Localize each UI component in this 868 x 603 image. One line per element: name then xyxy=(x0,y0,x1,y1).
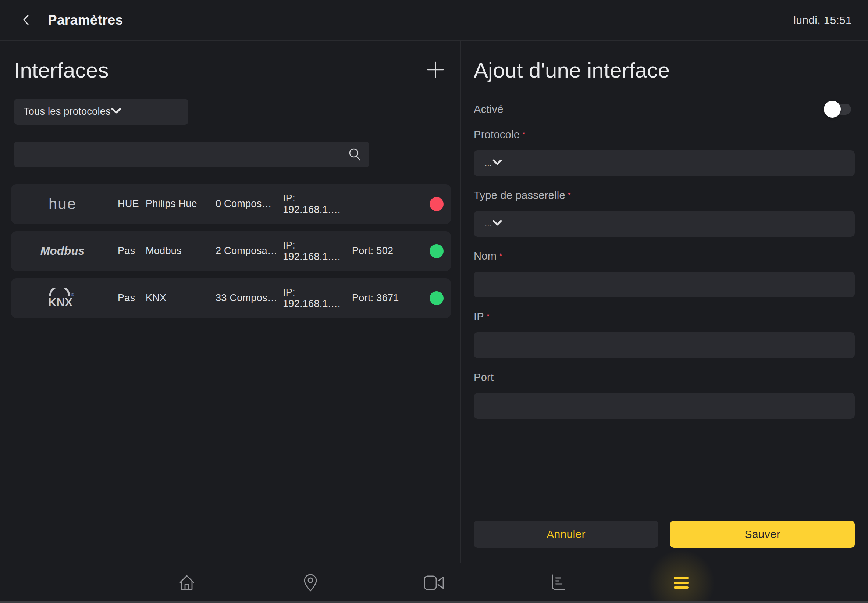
chevron-left-icon xyxy=(19,12,34,29)
hue-logo: hue xyxy=(11,195,114,213)
cancel-button[interactable]: Annuler xyxy=(474,521,658,548)
interface-protocol-tag: Pas xyxy=(114,292,145,304)
interface-ip: IP: 192.168.1.… xyxy=(283,240,352,263)
required-asterisk: * xyxy=(487,313,489,320)
location-pin-icon xyxy=(302,573,319,594)
type-passerelle-select[interactable]: ... xyxy=(474,211,855,237)
enabled-label: Activé xyxy=(474,103,503,116)
chevron-down-icon xyxy=(111,107,122,116)
chevron-down-icon xyxy=(492,220,503,228)
back-button[interactable] xyxy=(16,10,37,31)
nom-input[interactable] xyxy=(474,272,855,297)
nav-item-locations[interactable] xyxy=(249,563,372,603)
field-protocole: Protocole * ... xyxy=(474,129,855,176)
chevron-down-icon xyxy=(492,159,503,168)
bar-chart-icon xyxy=(548,573,567,594)
interface-ip: IP: 192.168.1.… xyxy=(283,193,352,215)
settings-screen: Paramètres lundi, 15:51 Interfaces Tous … xyxy=(0,0,868,603)
interfaces-panel: Interfaces Tous les protocoles xyxy=(0,41,461,563)
search-input[interactable] xyxy=(14,142,369,167)
main-content: Interfaces Tous les protocoles xyxy=(0,41,868,563)
interface-name: Philips Hue xyxy=(145,198,215,210)
status-dot xyxy=(430,291,444,305)
interface-list: hue HUE Philips Hue 0 Compos… IP: 192.16… xyxy=(11,184,451,318)
top-bar: Paramètres lundi, 15:51 xyxy=(0,0,868,41)
ip-label: IP xyxy=(474,311,484,323)
required-asterisk: * xyxy=(523,131,525,138)
enabled-toggle[interactable] xyxy=(827,104,851,115)
interface-row-modbus[interactable]: Modbus Pas Modbus 2 Composa… IP: 192.168… xyxy=(11,231,451,271)
nav-item-cameras[interactable] xyxy=(372,563,496,603)
nav-item-home[interactable] xyxy=(125,563,249,603)
port-input[interactable] xyxy=(474,393,855,419)
interface-components: 2 Composa… xyxy=(215,245,283,257)
clock-date: lundi, 15:51 xyxy=(793,14,852,26)
search-icon xyxy=(347,147,362,163)
form-spacer xyxy=(474,419,855,521)
add-interface-panel: Ajout d'une interface Activé Protocole *… xyxy=(461,41,868,563)
interface-row-knx[interactable]: KNX ® Pas KNX 33 Compos… IP: 192.168.1.…… xyxy=(11,278,451,318)
protocol-filter-select[interactable]: Tous les protocoles xyxy=(14,99,188,125)
interface-components: 0 Compos… xyxy=(215,198,283,210)
knx-logo: KNX ® xyxy=(11,288,114,309)
required-asterisk: * xyxy=(500,253,502,259)
field-nom: Nom * xyxy=(474,250,855,297)
type-passerelle-select-value: ... xyxy=(485,219,492,229)
add-interface-button[interactable] xyxy=(425,60,446,80)
svg-text:®: ® xyxy=(71,292,74,297)
interface-protocol-tag: Pas xyxy=(114,245,145,257)
interface-protocol-tag: HUE xyxy=(114,198,145,210)
page-title: Paramètres xyxy=(48,12,123,28)
enabled-row: Activé xyxy=(474,103,855,116)
interfaces-title: Interfaces xyxy=(14,58,109,83)
field-type-passerelle: Type de passerelle * ... xyxy=(474,189,855,237)
home-icon xyxy=(177,573,196,594)
interface-search xyxy=(14,142,369,167)
interface-name: KNX xyxy=(145,292,215,304)
plus-icon xyxy=(426,60,445,80)
bottom-nav xyxy=(0,563,868,603)
video-camera-icon xyxy=(423,575,445,592)
type-passerelle-label: Type de passerelle xyxy=(474,189,565,201)
port-label: Port xyxy=(474,371,494,383)
protocole-select[interactable]: ... xyxy=(474,150,855,176)
save-button[interactable]: Sauver xyxy=(670,521,855,548)
form-actions: Annuler Sauver xyxy=(474,521,855,548)
interface-components: 33 Compos… xyxy=(215,292,283,304)
interface-port: Port: 502 xyxy=(352,245,393,257)
screen-edge-bar xyxy=(0,601,868,603)
field-ip: IP * xyxy=(474,311,855,358)
toggle-knob xyxy=(824,101,841,118)
nav-item-stats[interactable] xyxy=(496,563,619,603)
nav-item-menu[interactable] xyxy=(619,563,743,603)
interface-name: Modbus xyxy=(145,245,215,257)
form-title: Ajout d'une interface xyxy=(474,58,855,83)
status-dot xyxy=(430,197,444,211)
protocole-select-value: ... xyxy=(485,158,492,168)
interface-row-hue[interactable]: hue HUE Philips Hue 0 Compos… IP: 192.16… xyxy=(11,184,451,224)
field-port: Port xyxy=(474,371,855,419)
menu-icon xyxy=(672,573,691,594)
nom-label: Nom xyxy=(474,250,497,262)
interface-port: Port: 3671 xyxy=(352,292,399,304)
protocole-label: Protocole xyxy=(474,129,520,141)
status-dot xyxy=(430,244,444,258)
protocol-filter-value: Tous les protocoles xyxy=(23,106,111,117)
interface-ip: IP: 192.168.1.… xyxy=(283,287,352,309)
modbus-logo: Modbus xyxy=(11,244,114,258)
svg-text:KNX: KNX xyxy=(48,296,73,309)
required-asterisk: * xyxy=(568,192,571,199)
interfaces-header: Interfaces xyxy=(11,58,451,83)
ip-input[interactable] xyxy=(474,332,855,358)
